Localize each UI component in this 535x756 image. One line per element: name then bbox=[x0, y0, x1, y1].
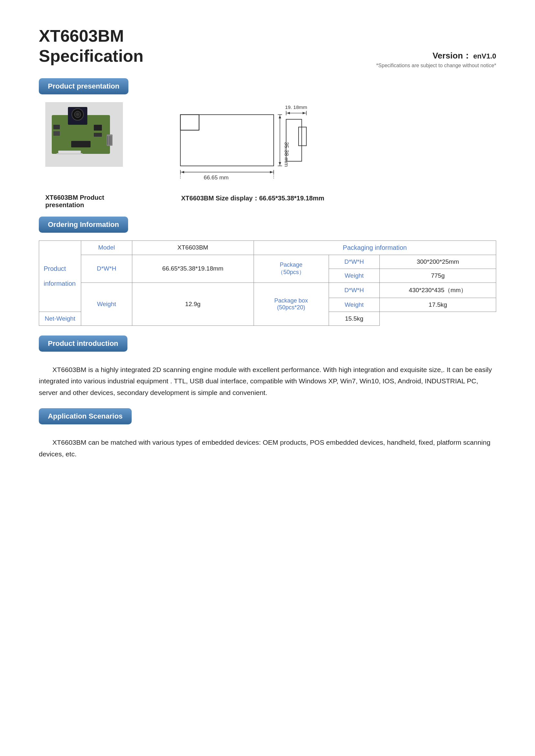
caption-left: XT6603BM Product presentation bbox=[45, 194, 136, 209]
title-line1: XT6603BM bbox=[39, 26, 496, 46]
svg-marker-26 bbox=[270, 171, 273, 173]
version-label: Version： bbox=[433, 50, 471, 62]
application-scenarios-section: Application Scenarios XT6603BM can be ma… bbox=[39, 408, 496, 460]
svg-marker-39 bbox=[287, 112, 290, 114]
svg-rect-10 bbox=[94, 133, 102, 137]
svg-rect-7 bbox=[53, 125, 60, 129]
product-presentation-section: Product presentation bbox=[39, 78, 496, 209]
product-introduction-text: XT6603BM is a highly integrated 2D scann… bbox=[39, 364, 496, 398]
ordering-badge: Ordering Information bbox=[39, 217, 128, 233]
svg-rect-5 bbox=[58, 150, 81, 153]
svg-marker-25 bbox=[182, 171, 184, 173]
svg-marker-34 bbox=[279, 162, 281, 165]
presentation-images: 66.65 mm 35.38 mm 19. 18mm bbox=[45, 102, 496, 187]
product-introduction-badge: Product introduction bbox=[39, 336, 127, 352]
svg-rect-11 bbox=[71, 141, 91, 148]
svg-rect-21 bbox=[298, 127, 306, 146]
application-scenarios-text: XT6603BM can be matched with various typ… bbox=[39, 437, 496, 460]
svg-rect-8 bbox=[53, 131, 60, 136]
ordering-section: Ordering Information Productinformation … bbox=[39, 217, 496, 326]
svg-marker-40 bbox=[303, 112, 306, 114]
svg-rect-6 bbox=[57, 153, 82, 154]
caption-right: XT6603BM Size display：66.65*35.38*19.18m… bbox=[181, 194, 324, 209]
svg-rect-16 bbox=[181, 114, 274, 166]
size-diagram: 66.65 mm 35.38 mm 19. 18mm bbox=[162, 102, 496, 187]
svg-point-4 bbox=[76, 113, 79, 116]
ordering-table: Productinformation Model XT6603BM Packag… bbox=[39, 240, 496, 326]
product-photo bbox=[45, 102, 123, 167]
svg-marker-33 bbox=[279, 115, 281, 118]
product-introduction-section: Product introduction XT6603BM is a highl… bbox=[39, 336, 496, 398]
svg-rect-9 bbox=[94, 125, 102, 131]
svg-text:19. 18mm: 19. 18mm bbox=[285, 104, 307, 110]
svg-text:66.65 mm: 66.65 mm bbox=[204, 174, 229, 180]
version-value: enV1.0 bbox=[473, 52, 496, 61]
svg-text:35.38 mm: 35.38 mm bbox=[283, 142, 290, 167]
presentation-captions: XT6603BM Product presentation XT6603BM S… bbox=[45, 194, 496, 209]
product-presentation-badge: Product presentation bbox=[39, 78, 128, 94]
application-scenarios-badge: Application Scenarios bbox=[39, 408, 132, 424]
svg-rect-17 bbox=[181, 114, 199, 130]
